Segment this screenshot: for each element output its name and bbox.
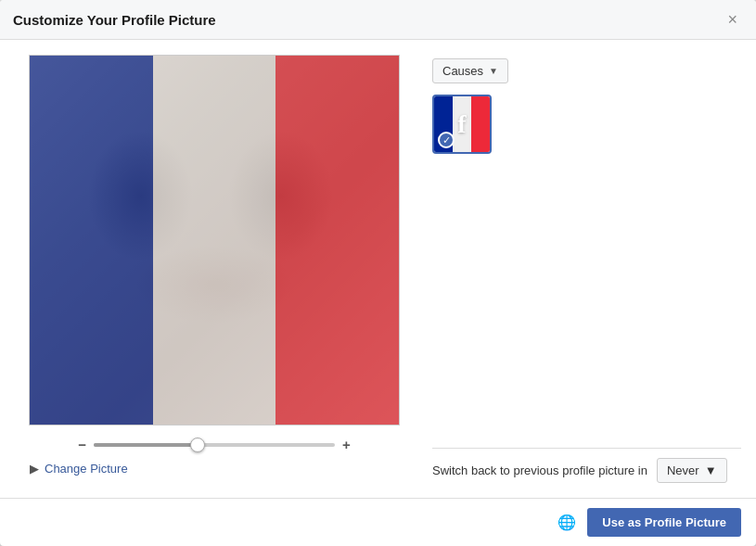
photo-preview [29,55,400,425]
never-label: Never [667,463,699,477]
frame-france-item[interactable]: f ✓ [432,95,492,154]
mini-flag-red [471,96,490,152]
customize-profile-dialog: Customize Your Profile Picture × − [0,0,756,546]
dialog-body: − + ▶ Change Picture Causes ▼ [0,40,756,498]
zoom-slider-row: − + [15,437,414,452]
frames-panel: Causes ▼ f ✓ [432,55,741,483]
switch-back-label: Switch back to previous profile picture … [432,463,647,477]
selected-checkmark: ✓ [438,132,455,148]
causes-dropdown-button[interactable]: Causes ▼ [432,58,508,83]
never-chevron-icon: ▼ [705,463,717,477]
use-as-profile-button[interactable]: Use as Profile Picture [587,508,741,537]
change-picture-row: ▶ Change Picture [15,462,128,476]
close-button[interactable]: × [722,9,743,30]
flag-white [153,56,276,425]
causes-chevron-icon: ▼ [489,66,498,76]
switch-back-row: Switch back to previous profile picture … [432,448,741,483]
zoom-out-button[interactable]: − [78,437,86,452]
photo-editor-panel: − + ▶ Change Picture [15,55,414,483]
slider-thumb[interactable] [190,438,205,452]
zoom-in-button[interactable]: + [342,437,351,452]
zoom-slider-track[interactable] [94,443,335,447]
slider-fill [94,443,198,447]
spacer [432,154,741,448]
causes-label: Causes [442,64,483,78]
never-dropdown-button[interactable]: Never ▼ [657,458,727,483]
france-flag-thumbnail: f ✓ [434,96,490,152]
fb-logo-overlay: f [457,109,466,139]
dialog-footer: 🌐 Use as Profile Picture [0,498,756,546]
flag-red [275,56,399,425]
globe-icon: 🌐 [557,514,576,531]
frames-grid: f ✓ [432,95,741,154]
change-picture-icon: ▶ [30,462,39,476]
dialog-title: Customize Your Profile Picture [13,12,216,28]
french-flag-overlay [30,56,399,425]
change-picture-link[interactable]: Change Picture [45,462,128,476]
dialog-header: Customize Your Profile Picture × [0,0,756,40]
flag-blue [30,56,153,425]
